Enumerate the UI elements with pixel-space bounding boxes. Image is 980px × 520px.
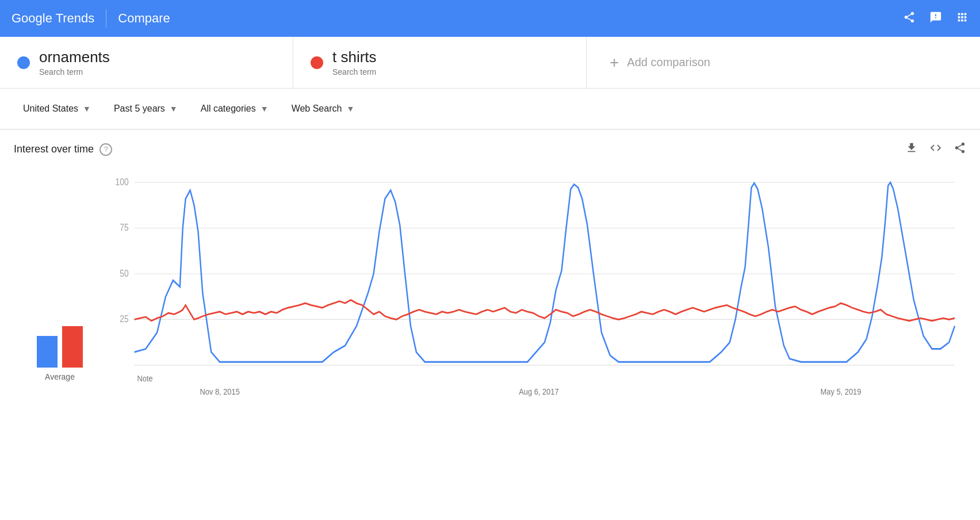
header-page-title: Compare [118, 11, 170, 26]
ornaments-line [135, 182, 955, 362]
search-term-card-1[interactable]: ornaments Search term [0, 37, 293, 88]
category-chevron: ▼ [261, 104, 269, 113]
interest-actions [905, 142, 966, 157]
filters-bar: United States ▼ Past 5 years ▼ All categ… [0, 89, 980, 130]
header: Google Trends Compare [0, 0, 980, 37]
chart-main: 100 75 50 25 Note Nov 8, 2015 Aug 6, 201… [106, 163, 966, 404]
tshirts-line [135, 300, 955, 320]
interest-title-row: Interest over time ? [14, 143, 112, 156]
category-filter[interactable]: All categories ▼ [192, 99, 278, 118]
help-question-mark: ? [104, 145, 108, 154]
term2-info: t shirts Search term [332, 48, 377, 77]
avg-bar-tshirts [62, 326, 83, 368]
chart-svg: 100 75 50 25 Note Nov 8, 2015 Aug 6, 201… [106, 163, 960, 404]
interest-header: Interest over time ? [14, 142, 966, 157]
search-type-chevron: ▼ [346, 104, 354, 113]
svg-text:100: 100 [115, 177, 128, 187]
add-comparison-button[interactable]: + Add comparison [587, 37, 980, 88]
avg-label: Average [45, 372, 75, 381]
term1-name: ornaments [39, 48, 110, 66]
interest-title: Interest over time [14, 143, 94, 155]
term1-type: Search term [39, 67, 110, 77]
chart-average: Average [14, 163, 106, 404]
term2-type: Search term [332, 67, 377, 77]
region-chevron: ▼ [83, 104, 91, 113]
term2-dot [311, 56, 323, 69]
feedback-icon[interactable] [929, 11, 942, 26]
svg-text:25: 25 [120, 314, 128, 324]
download-icon[interactable] [905, 142, 918, 157]
apps-icon[interactable] [956, 11, 968, 26]
header-icons [903, 11, 968, 26]
term1-dot [17, 56, 30, 69]
search-bar: ornaments Search term t shirts Search te… [0, 37, 980, 89]
share-icon[interactable] [903, 11, 916, 26]
svg-text:75: 75 [120, 223, 128, 232]
svg-text:50: 50 [120, 269, 128, 278]
search-type-label: Web Search [292, 104, 342, 114]
svg-text:Note: Note [137, 373, 152, 383]
term1-info: ornaments Search term [39, 48, 110, 77]
svg-text:Aug 6, 2017: Aug 6, 2017 [519, 387, 558, 396]
chart-wrapper: Average 100 75 50 25 [14, 163, 966, 404]
interest-section: Interest over time ? Average [0, 130, 980, 404]
add-comparison-plus-icon: + [610, 53, 619, 72]
svg-text:Nov 8, 2015: Nov 8, 2015 [200, 387, 240, 396]
svg-text:May 5, 2019: May 5, 2019 [821, 387, 862, 396]
search-term-card-2[interactable]: t shirts Search term [293, 37, 587, 88]
add-comparison-label: Add comparison [627, 56, 710, 69]
help-icon[interactable]: ? [99, 143, 112, 156]
search-type-filter[interactable]: Web Search ▼ [282, 99, 364, 118]
embed-icon[interactable] [929, 142, 942, 157]
header-logo: Google Trends [12, 11, 94, 26]
avg-bar-ornaments [37, 336, 58, 368]
header-divider [106, 9, 106, 28]
region-filter[interactable]: United States ▼ [14, 99, 100, 118]
term2-name: t shirts [332, 48, 377, 66]
region-label: United States [23, 104, 78, 114]
avg-bars [37, 322, 83, 368]
category-label: All categories [201, 104, 256, 114]
time-chevron: ▼ [170, 104, 178, 113]
share-chart-icon[interactable] [954, 142, 966, 157]
time-filter[interactable]: Past 5 years ▼ [105, 99, 187, 118]
logo-text: Google Trends [12, 11, 94, 26]
time-label: Past 5 years [114, 104, 165, 114]
